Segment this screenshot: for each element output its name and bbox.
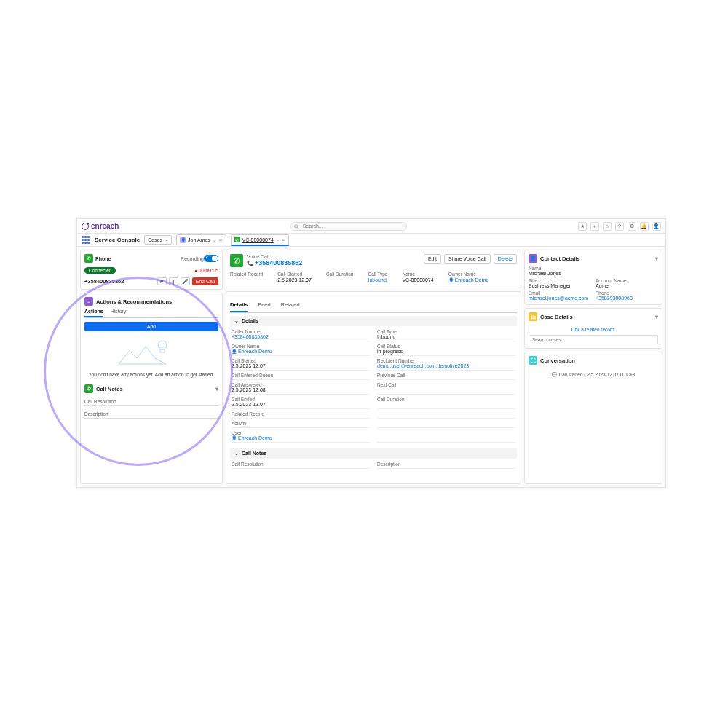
recording-label: Recording: [181, 256, 204, 261]
top-actions: ★ ＋ ⌂ ? ⚙ 🔔 👤: [578, 222, 661, 231]
chevron-down-icon[interactable]: ▾: [655, 314, 658, 320]
app-window: enreach ★ ＋ ⌂ ? ⚙ 🔔 👤 Service Console Ca…: [76, 218, 666, 488]
contact-details-card: 👤 Contact Details ▾ NameMichael Jones Ti…: [524, 250, 662, 305]
actions-title: Actions & Recommendations: [96, 298, 172, 305]
settings-icon[interactable]: ⚙: [628, 222, 636, 231]
contact-details-title: Contact Details: [540, 256, 580, 262]
voice-call-summary: Related Record Call Started2.5.2023 12.0…: [230, 267, 517, 284]
left-column: ✆ Phone Recording Connected 00:00:05 +35…: [80, 250, 223, 484]
chevron-down-icon[interactable]: ⌄: [276, 237, 280, 242]
notifications-icon[interactable]: 🔔: [640, 222, 649, 231]
details-section-toggle[interactable]: Details: [230, 316, 517, 326]
caller-number: +358400835862: [84, 278, 124, 285]
close-icon[interactable]: ×: [219, 237, 223, 243]
edit-button[interactable]: Edit: [424, 254, 441, 264]
contact-icon: 👤: [529, 254, 537, 263]
call-timer: 00:00:05: [194, 268, 218, 273]
voice-call-detail-card: Details Feed Related Details Caller Numb…: [226, 291, 521, 484]
mute-button[interactable]: 🎤: [181, 277, 190, 285]
case-search-input[interactable]: [529, 335, 658, 344]
empty-text: You don't have any actions yet. Add an a…: [84, 372, 218, 377]
global-search-wrap: [290, 222, 407, 231]
voice-call-header-card: ✆ Voice Call +358400835862 Edit Share Vo…: [226, 250, 521, 288]
case-icon: 🗂: [529, 312, 537, 321]
app-launcher-icon[interactable]: [82, 236, 90, 245]
phone-icon: ✆: [234, 237, 240, 242]
middle-column: ✆ Voice Call +358400835862 Edit Share Vo…: [226, 250, 521, 484]
conversation-event: Call started • 2.5.2023 12.07 UTC+3: [529, 368, 658, 381]
tab-label: Jon Amos: [188, 237, 210, 242]
end-call-button[interactable]: End Call: [192, 277, 218, 285]
case-details-title: Case Details: [540, 314, 573, 320]
right-column: 👤 Contact Details ▾ NameMichael Jones Ti…: [524, 250, 662, 484]
email-link[interactable]: michael.jones@acme.com: [529, 296, 591, 301]
details-grid: Caller Number+358400835862 Call TypeInbo…: [230, 326, 517, 446]
phone-link[interactable]: +358293008963: [596, 296, 658, 301]
help-icon[interactable]: ?: [615, 222, 624, 231]
tab-feed[interactable]: Feed: [258, 298, 271, 312]
link-related-record[interactable]: Link a related record.: [529, 324, 658, 335]
recipient-link[interactable]: demo.user@enreach.com.demolive2023: [377, 363, 515, 368]
recording-toggle[interactable]: [204, 255, 218, 262]
tab-voice-call[interactable]: ✆ VC-00000074 ⌄ ×: [231, 234, 290, 246]
user-link[interactable]: Enreach Demo: [232, 435, 370, 440]
conversation-title: Conversation: [540, 357, 575, 364]
chevron-down-icon[interactable]: ⌄: [213, 237, 217, 243]
topbar: enreach ★ ＋ ⌂ ? ⚙ 🔔 👤: [77, 219, 665, 234]
voice-call-number: +358400835862: [247, 259, 302, 266]
app-name: Service Console: [95, 237, 140, 243]
tab-related[interactable]: Related: [281, 298, 300, 312]
close-icon[interactable]: ×: [282, 237, 286, 243]
tab-jon-amos[interactable]: 👤 Jon Amos ⌄ ×: [176, 234, 226, 245]
brand-logo: enreach: [82, 222, 119, 230]
status-badge: Connected: [84, 267, 116, 274]
phone-icon: ✆: [84, 254, 93, 263]
conversation-card: ⛶ Conversation Call started • 2.5.2023 1…: [524, 352, 662, 484]
call-notes-section-toggle[interactable]: Call Notes: [230, 448, 517, 459]
chevron-down-icon[interactable]: ▾: [215, 386, 218, 392]
tab-actions[interactable]: Actions: [84, 309, 103, 317]
add-icon[interactable]: ＋: [590, 222, 599, 231]
empty-illustration: [84, 334, 218, 369]
call-notes-title: Call Notes: [96, 386, 123, 392]
object-selector[interactable]: Cases: [144, 235, 172, 245]
case-details-card: 🗂 Case Details ▾ Link a related record.: [524, 308, 662, 349]
flag-button[interactable]: ⚑: [157, 277, 167, 285]
actions-icon: ≡: [84, 297, 93, 306]
delete-button[interactable]: Delete: [494, 254, 517, 264]
pause-button[interactable]: ‖: [169, 277, 178, 285]
phone-title: Phone: [95, 256, 111, 261]
brand-name: enreach: [91, 222, 119, 230]
svg-point-2: [158, 341, 167, 349]
notes-icon: ✆: [84, 384, 93, 393]
owner-link[interactable]: Enreach Demo: [232, 349, 370, 354]
tab-label: VC-00000074: [242, 237, 274, 242]
contact-icon: 👤: [180, 237, 186, 243]
share-button[interactable]: Share Voice Call: [444, 254, 491, 264]
phone-icon: ✆: [230, 254, 243, 267]
tab-details[interactable]: Details: [230, 298, 248, 312]
owner-link[interactable]: Enreach Demo: [448, 277, 489, 282]
svg-point-0: [294, 224, 297, 227]
favorite-icon[interactable]: ★: [578, 222, 587, 231]
global-search-input[interactable]: [290, 222, 407, 231]
voice-call-label: Voice Call: [247, 254, 302, 259]
actions-card: ≡ Actions & Recommendations Actions Hist…: [80, 293, 223, 484]
navbar: Service Console Cases 👤 Jon Amos ⌄ × ✆ V…: [77, 234, 665, 247]
svg-rect-4: [160, 349, 165, 352]
svg-line-1: [297, 227, 298, 229]
avatar-icon[interactable]: 👤: [652, 222, 661, 231]
add-button[interactable]: Add: [84, 322, 218, 331]
workspace: ✆ Phone Recording Connected 00:00:05 +35…: [77, 247, 665, 487]
tab-history[interactable]: History: [111, 309, 127, 317]
description-field[interactable]: Description: [84, 408, 218, 419]
fullscreen-icon: ⛶: [529, 356, 537, 365]
call-resolution-field[interactable]: Call Resolution: [84, 396, 218, 406]
chevron-down-icon[interactable]: ▾: [655, 256, 658, 262]
phone-card: ✆ Phone Recording Connected 00:00:05 +35…: [80, 250, 223, 290]
search-icon: [294, 224, 299, 229]
caller-number-link[interactable]: +358400835862: [232, 334, 370, 339]
home-icon[interactable]: ⌂: [603, 222, 612, 231]
logo-mark-icon: [82, 223, 89, 230]
